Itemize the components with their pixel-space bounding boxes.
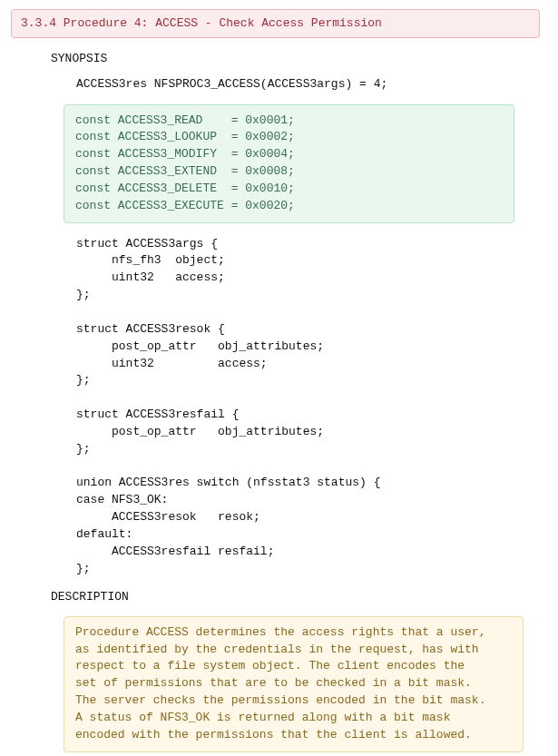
constants-block: const ACCESS3_READ = 0x0001; const ACCES… bbox=[64, 104, 514, 223]
section-heading: 3.3.4 Procedure 4: ACCESS - Check Access… bbox=[11, 9, 540, 38]
synopsis-label: SYNOPSIS bbox=[51, 51, 540, 67]
description-highlight: Procedure ACCESS determines the access r… bbox=[64, 616, 524, 752]
synopsis-signature: ACCESS3res NFSPROC3_ACCESS(ACCESS3args) … bbox=[76, 76, 540, 93]
struct-definitions: struct ACCESS3args { nfs_fh3 object; uin… bbox=[76, 236, 540, 578]
description-label: DESCRIPTION bbox=[51, 589, 540, 605]
